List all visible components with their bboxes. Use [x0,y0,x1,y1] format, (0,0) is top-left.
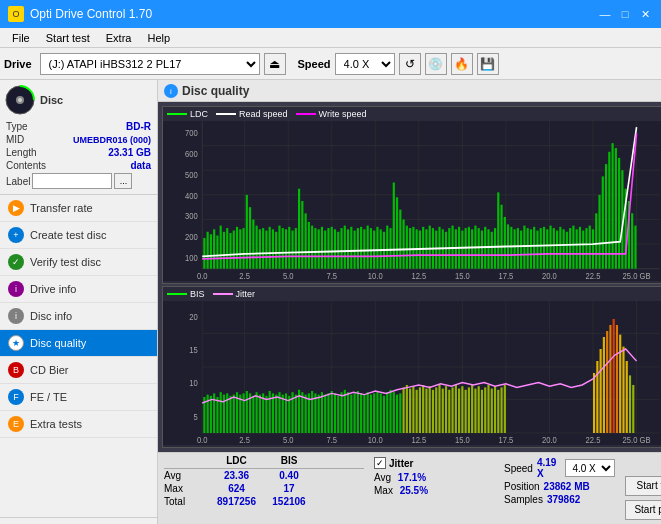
svg-rect-299 [465,390,467,433]
svg-rect-224 [220,392,222,433]
transfer-rate-label: Transfer rate [30,202,93,214]
svg-rect-104 [380,229,382,268]
drive-label: Drive [4,58,32,70]
speed-test-select[interactable]: 4.0 X2.0 X8.0 X [565,459,615,477]
close-button[interactable]: ✕ [637,6,653,22]
start-full-button[interactable]: Start full [625,476,661,496]
bottom-chart: BIS Jitter [162,286,661,448]
svg-rect-311 [504,385,506,433]
svg-rect-140 [497,192,499,268]
sidebar-item-disc-quality[interactable]: ★ Disc quality [0,330,157,357]
position-row: Position 23862 MB [504,481,615,492]
jitter-checkbox[interactable]: ✓ [374,457,386,469]
max-label: Max [164,483,209,494]
svg-rect-169 [592,229,594,268]
position-value: 23862 MB [544,481,590,492]
svg-rect-272 [376,391,378,433]
svg-rect-293 [445,386,447,433]
sidebar-item-fe-te[interactable]: F FE / TE [0,384,157,411]
disc-quality-label: Disc quality [30,337,86,349]
svg-text:0.0: 0.0 [197,271,208,281]
burn-button[interactable]: 🔥 [451,53,473,75]
disc-icon-button[interactable]: 💿 [425,53,447,75]
svg-rect-83 [311,226,313,269]
svg-rect-269 [367,392,369,433]
jitter-avg-label: Avg [374,472,391,483]
top-chart-legend: LDC Read speed Write speed [163,107,661,121]
svg-rect-318 [613,319,615,433]
sidebar-item-verify-test-disc[interactable]: ✓ Verify test disc [0,249,157,276]
svg-rect-167 [585,228,587,269]
svg-rect-73 [278,226,280,269]
svg-rect-163 [572,226,574,269]
svg-point-2 [18,98,22,102]
save-button[interactable]: 💾 [477,53,499,75]
maximize-button[interactable]: □ [617,6,633,22]
jitter-avg-value: 17.1% [398,472,426,483]
menu-start-test[interactable]: Start test [38,30,98,46]
speed-section: Speed 4.19 X 4.0 X2.0 X8.0 X Position 23… [504,455,615,505]
sidebar-item-transfer-rate[interactable]: ▶ Transfer rate [0,195,157,222]
svg-rect-298 [461,386,463,433]
svg-text:25.0 GB: 25.0 GB [623,271,651,281]
speed-select[interactable]: 4.0 X 2.0 X 8.0 X [335,53,395,75]
svg-rect-243 [282,395,284,433]
svg-rect-238 [265,396,267,433]
sidebar-item-disc-info[interactable]: i Disc info [0,303,157,330]
svg-rect-137 [487,229,489,268]
svg-rect-310 [500,387,502,433]
svg-rect-323 [629,375,631,433]
jitter-section: ✓ Jitter Avg 17.1% Max 25.5% [374,455,494,497]
svg-rect-53 [213,229,215,268]
svg-rect-260 [337,396,339,433]
label-browse-button[interactable]: ... [114,173,132,189]
jitter-color [213,293,233,295]
svg-rect-306 [487,385,489,433]
total-ldc: 8917256 [209,496,264,507]
svg-rect-256 [324,395,326,433]
svg-text:22.5: 22.5 [586,271,601,281]
svg-rect-56 [223,232,225,269]
disc-length-row: Length 23.31 GB [4,146,153,159]
svg-rect-129 [461,231,463,269]
start-part-button[interactable]: Start part [625,500,661,520]
svg-rect-98 [360,227,362,269]
sidebar-item-create-test-disc[interactable]: + Create test disc [0,222,157,249]
svg-rect-247 [295,395,297,433]
drive-select[interactable]: (J:) ATAPI iHBS312 2 PL17 [40,53,260,75]
read-speed-label: Read speed [239,109,288,119]
minimize-button[interactable]: — [597,6,613,22]
svg-text:7.5: 7.5 [326,271,337,281]
menu-help[interactable]: Help [139,30,178,46]
svg-rect-234 [252,396,254,433]
refresh-button[interactable]: ↺ [399,53,421,75]
svg-rect-268 [363,395,365,433]
eject-button[interactable]: ⏏ [264,53,286,75]
svg-rect-309 [497,390,499,433]
menu-file[interactable]: File [4,30,38,46]
svg-rect-141 [500,205,502,269]
disc-label-input[interactable] [32,173,112,189]
svg-rect-300 [468,387,470,433]
svg-rect-91 [337,232,339,269]
svg-rect-77 [291,231,293,269]
verify-test-disc-label: Verify test disc [30,256,101,268]
svg-rect-252 [311,391,313,433]
sidebar-item-extra-tests[interactable]: E Extra tests [0,411,157,438]
svg-rect-232 [246,391,248,433]
svg-text:400: 400 [185,191,198,201]
create-test-disc-icon: + [8,227,24,243]
menu-extra[interactable]: Extra [98,30,140,46]
svg-rect-279 [399,393,401,433]
svg-rect-312 [593,373,595,433]
jitter-max-value: 25.5% [400,485,428,496]
bis-color [167,293,187,295]
sidebar-item-cd-bier[interactable]: B CD Bier [0,357,157,384]
svg-text:200: 200 [185,233,198,243]
disc-info-panel: Disc Type BD-R MID UMEBDR016 (000) Lengt… [0,80,157,195]
status-window-button[interactable]: Status window >> [0,517,157,524]
stats-panel: LDC BIS Avg 23.36 0.40 Max 624 17 Total … [158,452,661,524]
sidebar-item-drive-info[interactable]: i Drive info [0,276,157,303]
svg-rect-121 [435,231,437,269]
svg-rect-239 [269,391,271,433]
